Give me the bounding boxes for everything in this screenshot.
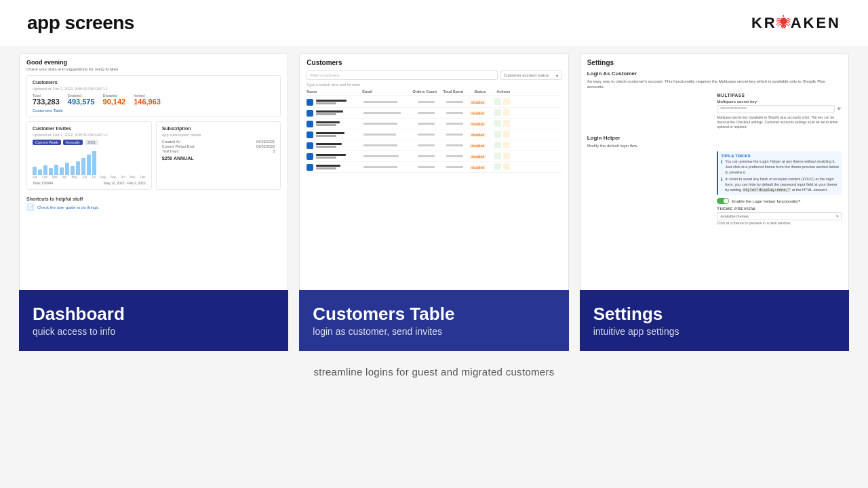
customer-actions bbox=[494, 163, 515, 171]
bar-oct bbox=[81, 158, 85, 175]
col-actions: Actions bbox=[493, 89, 513, 94]
action-btn-1[interactable] bbox=[494, 120, 501, 127]
action-btn-2[interactable] bbox=[503, 120, 510, 127]
customer-avatar bbox=[307, 121, 313, 127]
action-btn-2[interactable] bbox=[503, 152, 510, 159]
tip1-row: ℹ You can preview the Login Helper at an… bbox=[721, 159, 839, 175]
chevron-down-icon: ▾ bbox=[836, 214, 838, 218]
header: app screens KR 🕷 AKEN bbox=[0, 0, 868, 46]
search-placeholder: Filter customers bbox=[310, 73, 339, 77]
customers-panel: Customers Filter customers Customer acco… bbox=[299, 53, 568, 351]
customer-name bbox=[316, 121, 362, 127]
customer-name bbox=[316, 165, 362, 170]
customers-search-row: Filter customers Customer account status… bbox=[307, 70, 561, 80]
status-badge: disabled bbox=[469, 155, 486, 159]
bar-feb bbox=[38, 169, 42, 175]
customer-avatar bbox=[307, 131, 313, 138]
customer-actions bbox=[494, 142, 515, 149]
secret-key-input[interactable]: •••••••••••••••••••• bbox=[717, 105, 835, 113]
customer-orders bbox=[412, 123, 439, 125]
dashboard-caption-title: Dashboard bbox=[33, 304, 275, 324]
lac-right: MULTIPASS Multipass secret key •••••••••… bbox=[717, 93, 842, 129]
sub-title: Subscription bbox=[162, 126, 275, 131]
lh-right: TIPS & TRICKS ℹ You can preview the Logi… bbox=[717, 151, 842, 225]
customer-name bbox=[316, 143, 362, 148]
invites-card-title: Customer Invites bbox=[33, 126, 146, 131]
bar-jan bbox=[33, 167, 37, 175]
settings-content: Settings Login As Customer An easy way t… bbox=[580, 54, 848, 236]
customer-orders bbox=[412, 166, 439, 168]
tips-title: TIPS & TRICKS bbox=[721, 154, 839, 158]
action-btn-2[interactable] bbox=[503, 163, 510, 170]
name-line-2 bbox=[316, 124, 336, 126]
logo-text: KR bbox=[751, 14, 777, 32]
filter-label: Customer account status bbox=[504, 73, 549, 77]
email-line bbox=[363, 112, 401, 114]
customer-avatar bbox=[307, 142, 313, 149]
customer-email bbox=[363, 112, 411, 114]
customer-spent bbox=[441, 112, 468, 114]
info-icon: ℹ bbox=[721, 159, 723, 175]
login-as-customer-section: Login As Customer An easy way to check c… bbox=[587, 70, 842, 129]
shortcut-item: 📄 Check the user guide to do things. bbox=[26, 203, 281, 211]
dashboard-panel: Good evening Check your stats and sugges… bbox=[19, 53, 288, 351]
login-helper-toggle[interactable] bbox=[717, 198, 729, 204]
dash-subtitle: Check your stats and suggestions for usi… bbox=[26, 67, 281, 71]
sub-period-label: Current Period End: bbox=[162, 144, 195, 148]
filter-annually[interactable]: Annually bbox=[63, 140, 83, 145]
email-line bbox=[363, 101, 397, 103]
action-btn-1[interactable] bbox=[494, 131, 501, 138]
name-line-2 bbox=[316, 146, 336, 148]
col-email: Email bbox=[362, 89, 410, 94]
themes-select[interactable]: Available themes ▾ bbox=[717, 212, 842, 220]
dashboard-caption: Dashboard quick access to info bbox=[19, 290, 288, 351]
spent-line bbox=[446, 101, 463, 103]
name-line bbox=[316, 100, 347, 102]
name-line-2 bbox=[316, 135, 336, 137]
stat-total: Total 733,283 bbox=[33, 94, 60, 106]
action-btn-1[interactable] bbox=[494, 142, 501, 148]
customers-table-link[interactable]: Customers Table bbox=[33, 108, 275, 113]
settings-title: Settings bbox=[587, 59, 842, 66]
status-badge: disabled bbox=[469, 100, 486, 104]
toggle-row: Enable the Login Helper functionality? bbox=[717, 198, 842, 204]
action-btn-2[interactable] bbox=[503, 131, 510, 138]
customers-summary-card: Customers Updated at: Feb 2, 2022, 9:55:… bbox=[26, 75, 281, 117]
eye-icon[interactable]: 👁 bbox=[837, 106, 842, 111]
customer-actions bbox=[494, 98, 515, 106]
customer-spent bbox=[441, 155, 468, 157]
secret-key-info: Multipass secret key (available to Shopi… bbox=[717, 115, 842, 129]
shortcut-label[interactable]: Check the user guide to do things. bbox=[37, 205, 99, 209]
name-line bbox=[316, 132, 344, 134]
customer-actions bbox=[494, 120, 515, 127]
action-btn-1[interactable] bbox=[494, 109, 501, 116]
action-btn-1[interactable] bbox=[494, 152, 501, 159]
table-row: disabled bbox=[307, 140, 561, 151]
sub-created-value: 04/29/2021 bbox=[256, 140, 275, 144]
status-badge: disabled bbox=[469, 111, 486, 115]
chevron-down-icon: ▾ bbox=[556, 73, 558, 78]
filter-current-week[interactable]: Current Week bbox=[33, 140, 61, 145]
customer-avatar bbox=[307, 110, 313, 117]
customer-orders bbox=[412, 134, 439, 136]
settings-caption-subtitle: intuitive app settings bbox=[593, 326, 835, 337]
orders-line bbox=[418, 101, 435, 103]
stat-disabled-value: 90,142 bbox=[103, 98, 126, 106]
orders-line bbox=[418, 123, 435, 125]
action-btn-2[interactable] bbox=[503, 142, 510, 148]
action-btn-1[interactable] bbox=[494, 163, 501, 170]
spent-line bbox=[446, 166, 463, 168]
customer-email bbox=[363, 134, 411, 136]
customer-email bbox=[363, 123, 411, 125]
action-btn-2[interactable] bbox=[503, 98, 510, 105]
customers-content: Customers Filter customers Customer acco… bbox=[300, 54, 568, 178]
customers-search[interactable]: Filter customers bbox=[307, 70, 497, 80]
stat-enabled-value: 493,575 bbox=[68, 98, 95, 106]
customers-filter[interactable]: Customer account status ▾ bbox=[500, 70, 561, 80]
spent-line bbox=[446, 134, 463, 136]
action-btn-1[interactable] bbox=[494, 98, 501, 105]
name-line bbox=[316, 121, 340, 123]
action-btn-2[interactable] bbox=[503, 109, 510, 116]
year-selector[interactable]: 2021 bbox=[85, 140, 98, 145]
chart-labels: JanFebMarAprMayJunJulAugSepOctNovDec bbox=[33, 176, 146, 179]
